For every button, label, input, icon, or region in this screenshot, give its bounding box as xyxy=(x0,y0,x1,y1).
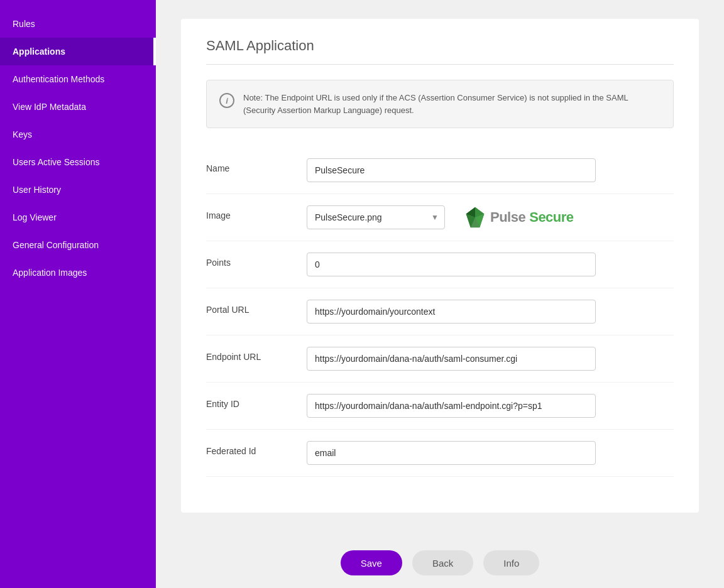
name-control xyxy=(307,158,596,182)
main-content: SAML Application i Note: The Endpoint UR… xyxy=(156,0,724,588)
page-title: SAML Application xyxy=(206,38,674,65)
sidebar-item-log-viewer[interactable]: Log Viewer xyxy=(0,204,156,231)
form-row-endpoint-url: Endpoint URL xyxy=(206,335,674,383)
portal-url-label: Portal URL xyxy=(206,300,307,315)
endpoint-url-control xyxy=(307,347,596,371)
footer-buttons: Save Back Info xyxy=(181,550,699,575)
federated-id-label: Federated Id xyxy=(206,441,307,456)
form-row-federated-id: Federated Id xyxy=(206,430,674,477)
sidebar-item-authentication-methods[interactable]: Authentication Methods xyxy=(0,65,156,93)
portal-url-input[interactable] xyxy=(307,300,596,324)
form-row-name: Name xyxy=(206,147,674,194)
sidebar: Rules Applications Authentication Method… xyxy=(0,0,156,588)
info-button[interactable]: Info xyxy=(483,550,539,575)
endpoint-url-input[interactable] xyxy=(307,347,596,371)
image-control: PulseSecure.png ▼ xyxy=(307,205,596,229)
image-select-wrapper: PulseSecure.png ▼ xyxy=(307,205,445,229)
info-box: i Note: The Endpoint URL is used only if… xyxy=(206,80,674,128)
image-label: Image xyxy=(206,205,307,220)
form-row-points: Points xyxy=(206,241,674,288)
form-row-image: Image PulseSecure.png ▼ xyxy=(206,194,674,241)
sidebar-item-rules[interactable]: Rules xyxy=(0,10,156,38)
info-icon: i xyxy=(219,93,234,108)
points-control xyxy=(307,253,596,276)
pulse-diamond-icon xyxy=(464,206,486,229)
form-row-entity-id: Entity ID xyxy=(206,383,674,430)
entity-id-label: Entity ID xyxy=(206,394,307,409)
sidebar-item-application-images[interactable]: Application Images xyxy=(0,259,156,286)
name-input[interactable] xyxy=(307,158,596,182)
sidebar-item-view-idp-metadata[interactable]: View IdP Metadata xyxy=(0,93,156,121)
entity-id-input[interactable] xyxy=(307,394,596,418)
pulse-text: Pulse xyxy=(490,209,525,226)
secure-text: Secure xyxy=(529,209,573,226)
portal-url-control xyxy=(307,300,596,324)
endpoint-url-label: Endpoint URL xyxy=(206,347,307,362)
pulse-secure-logo: PulseSecure xyxy=(464,206,574,229)
form-row-portal-url: Portal URL xyxy=(206,288,674,335)
back-button[interactable]: Back xyxy=(412,550,473,575)
points-label: Points xyxy=(206,253,307,268)
sidebar-item-general-configuration[interactable]: General Configuration xyxy=(0,231,156,259)
federated-id-input[interactable] xyxy=(307,441,596,465)
federated-id-control xyxy=(307,441,596,465)
sidebar-item-keys[interactable]: Keys xyxy=(0,121,156,148)
save-button[interactable]: Save xyxy=(341,550,402,575)
sidebar-item-applications[interactable]: Applications xyxy=(0,38,156,65)
sidebar-item-user-history[interactable]: User History xyxy=(0,176,156,204)
info-text: Note: The Endpoint URL is used only if t… xyxy=(243,92,661,116)
name-label: Name xyxy=(206,158,307,173)
content-panel: SAML Application i Note: The Endpoint UR… xyxy=(181,19,699,513)
points-input[interactable] xyxy=(307,253,596,276)
sidebar-item-users-active-sessions[interactable]: Users Active Sessions xyxy=(0,148,156,176)
image-row: PulseSecure.png ▼ xyxy=(307,205,574,229)
entity-id-control xyxy=(307,394,596,418)
image-select[interactable]: PulseSecure.png xyxy=(307,205,445,229)
